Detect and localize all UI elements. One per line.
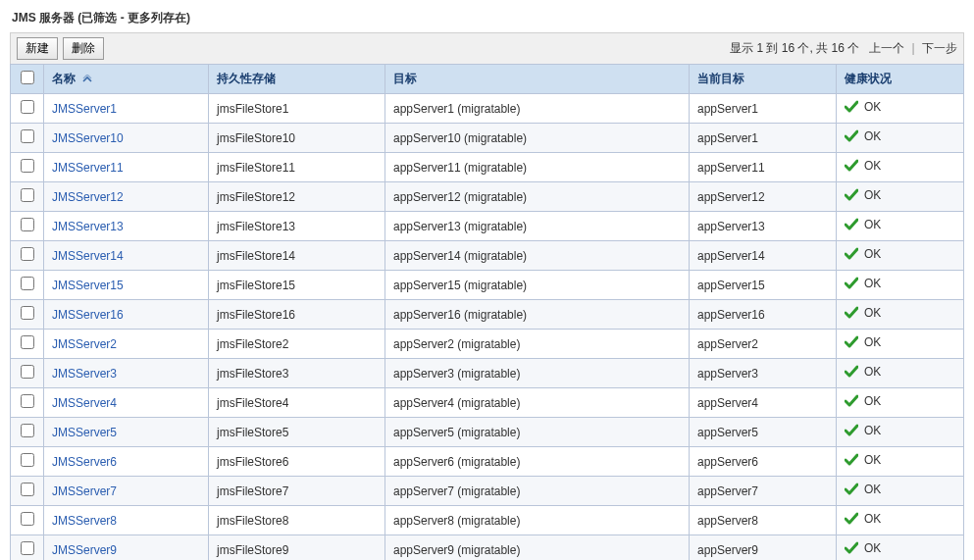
server-name-link[interactable]: JMSServer12 — [52, 190, 124, 204]
health-label: OK — [864, 159, 881, 173]
cell-current-target: appServer15 — [690, 271, 837, 300]
health-indicator: OK — [845, 541, 881, 555]
row-select-checkbox[interactable] — [21, 306, 34, 320]
row-select-checkbox[interactable] — [21, 483, 34, 496]
row-select-checkbox[interactable] — [21, 541, 34, 555]
cell-health: OK — [837, 388, 964, 418]
server-name-link[interactable]: JMSServer15 — [52, 279, 124, 292]
health-indicator: OK — [845, 335, 881, 349]
cell-health: OK — [837, 124, 964, 153]
row-select-checkbox[interactable] — [21, 453, 34, 467]
col-header-health-label: 健康状况 — [845, 72, 892, 85]
cell-health: OK — [837, 94, 964, 124]
cell-store: jmsFileStore6 — [209, 447, 385, 477]
cell-health: OK — [837, 241, 964, 271]
cell-name: JMSServer11 — [44, 153, 209, 182]
server-name-link[interactable]: JMSServer16 — [52, 308, 124, 322]
cell-name: JMSServer1 — [44, 94, 209, 124]
row-select-checkbox[interactable] — [21, 365, 34, 379]
server-name-link[interactable]: JMSServer9 — [52, 543, 117, 557]
row-select-checkbox[interactable] — [21, 129, 34, 143]
health-indicator: OK — [845, 306, 881, 320]
select-all-checkbox[interactable] — [21, 71, 34, 84]
cell-target: appServer1 (migratable) — [385, 94, 690, 124]
row-select-cell — [11, 447, 44, 477]
server-name-link[interactable]: JMSServer8 — [52, 514, 117, 528]
health-label: OK — [864, 512, 881, 526]
server-name-link[interactable]: JMSServer11 — [52, 161, 124, 175]
cell-target: appServer12 (migratable) — [385, 182, 690, 212]
server-name-link[interactable]: JMSServer1 — [52, 102, 117, 116]
pager-next[interactable]: 下一步 — [922, 41, 957, 55]
col-header-store[interactable]: 持久性存储 — [209, 65, 385, 94]
cell-target: appServer2 (migratable) — [385, 330, 690, 359]
row-select-checkbox[interactable] — [21, 159, 34, 173]
cell-target: appServer7 (migratable) — [385, 477, 690, 506]
cell-store: jmsFileStore2 — [209, 330, 385, 359]
table-row: JMSServer3 jmsFileStore3 appServer3 (mig… — [11, 359, 964, 388]
row-select-checkbox[interactable] — [21, 277, 34, 290]
row-select-checkbox[interactable] — [21, 394, 34, 408]
row-select-checkbox[interactable] — [21, 335, 34, 349]
health-indicator: OK — [845, 247, 881, 261]
table-toolbar: 新建 删除 显示 1 到 16 个, 共 16 个 上一个 | 下一步 — [10, 32, 964, 64]
cell-health: OK — [837, 506, 964, 535]
row-select-checkbox[interactable] — [21, 512, 34, 526]
new-button[interactable]: 新建 — [17, 37, 58, 60]
cell-store: jmsFileStore11 — [209, 153, 385, 182]
table-row: JMSServer6 jmsFileStore6 appServer6 (mig… — [11, 447, 964, 477]
cell-current-target: appServer4 — [690, 388, 837, 418]
cell-name: JMSServer8 — [44, 506, 209, 535]
table-header-row: 名称 持久性存储 目标 当前目标 健康状况 — [11, 65, 964, 94]
row-select-cell — [11, 241, 44, 271]
health-label: OK — [864, 188, 881, 202]
server-name-link[interactable]: JMSServer6 — [52, 455, 117, 469]
cell-store: jmsFileStore7 — [209, 477, 385, 506]
server-name-link[interactable]: JMSServer4 — [52, 396, 117, 410]
col-header-current-target[interactable]: 当前目标 — [690, 65, 837, 94]
cell-name: JMSServer10 — [44, 124, 209, 153]
cell-target: appServer3 (migratable) — [385, 359, 690, 388]
row-select-checkbox[interactable] — [21, 188, 34, 202]
row-select-checkbox[interactable] — [21, 247, 34, 261]
server-name-link[interactable]: JMSServer5 — [52, 426, 117, 439]
server-name-link[interactable]: JMSServer13 — [52, 220, 124, 233]
row-select-cell — [11, 94, 44, 124]
cell-current-target: appServer8 — [690, 506, 837, 535]
cell-current-target: appServer16 — [690, 300, 837, 330]
pager-prev[interactable]: 上一个 — [869, 41, 904, 55]
col-header-target-label: 目标 — [393, 72, 417, 85]
table-row: JMSServer8 jmsFileStore8 appServer8 (mig… — [11, 506, 964, 535]
delete-button[interactable]: 删除 — [63, 37, 104, 60]
table-row: JMSServer4 jmsFileStore4 appServer4 (mig… — [11, 388, 964, 418]
row-select-checkbox[interactable] — [21, 218, 34, 231]
health-label: OK — [864, 365, 881, 379]
col-header-name-label: 名称 — [52, 72, 76, 85]
row-select-checkbox[interactable] — [21, 424, 34, 437]
table-row: JMSServer1 jmsFileStore1 appServer1 (mig… — [11, 94, 964, 124]
cell-store: jmsFileStore1 — [209, 94, 385, 124]
health-ok-icon — [845, 100, 858, 114]
health-ok-icon — [845, 335, 858, 349]
col-header-target[interactable]: 目标 — [385, 65, 690, 94]
server-name-link[interactable]: JMSServer10 — [52, 131, 124, 145]
table-row: JMSServer7 jmsFileStore7 appServer7 (mig… — [11, 477, 964, 506]
health-ok-icon — [845, 188, 858, 202]
server-name-link[interactable]: JMSServer14 — [52, 249, 124, 263]
server-name-link[interactable]: JMSServer7 — [52, 484, 117, 498]
server-name-link[interactable]: JMSServer3 — [52, 367, 117, 381]
server-name-link[interactable]: JMSServer2 — [52, 337, 117, 351]
cell-health: OK — [837, 330, 964, 359]
cell-current-target: appServer12 — [690, 182, 837, 212]
col-header-name[interactable]: 名称 — [44, 65, 209, 94]
health-ok-icon — [845, 247, 858, 261]
row-select-cell — [11, 477, 44, 506]
col-header-health[interactable]: 健康状况 — [837, 65, 964, 94]
health-ok-icon — [845, 218, 858, 231]
cell-current-target: appServer2 — [690, 330, 837, 359]
cell-name: JMSServer14 — [44, 241, 209, 271]
row-select-checkbox[interactable] — [21, 100, 34, 114]
cell-store: jmsFileStore5 — [209, 418, 385, 447]
table-row: JMSServer13 jmsFileStore13 appServer13 (… — [11, 212, 964, 241]
health-label: OK — [864, 483, 881, 496]
